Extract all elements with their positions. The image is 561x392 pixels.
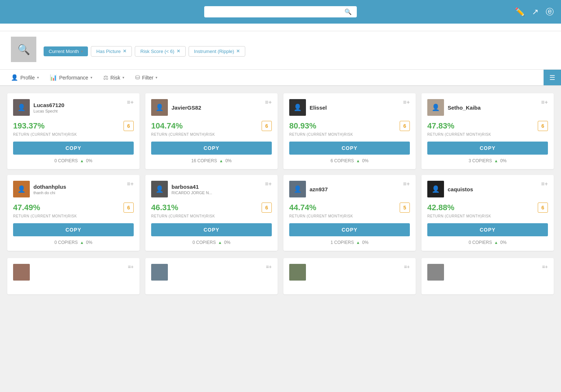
dropdown-arrow: ▾ [81, 49, 83, 53]
username[interactable]: caquistos [448, 186, 473, 192]
copiers-pct: 0% [86, 158, 92, 163]
username[interactable]: Lucas67120 [33, 102, 64, 108]
stub-menu-button[interactable]: ≡+ [542, 264, 548, 270]
copiers-row: 6 COPIERS ▲ 0% [289, 158, 410, 163]
stub-menu-button[interactable]: ≡+ [404, 264, 410, 270]
username[interactable]: JavierGS82 [171, 105, 201, 111]
sort-risk[interactable]: ⚖ Risk ▾ [103, 74, 124, 81]
remove-filter-icon[interactable]: ✕ [123, 49, 126, 54]
username[interactable]: barbosa41 [171, 184, 212, 190]
filter-label: Instrument (Ripple) [194, 49, 234, 54]
copiers-trend-icon: ▲ [80, 240, 84, 245]
grid-toggle-button[interactable]: ☰ [544, 70, 561, 85]
card-menu-button[interactable]: ≡+ [265, 181, 272, 187]
copiers-count: 0 COPIERS [193, 240, 216, 245]
sort-profile[interactable]: 👤 Profile ▾ [11, 74, 39, 81]
trader-card: 👤 azn937 ≡+ 44.74% 5 RETURN (CURRENT MON… [283, 175, 416, 251]
stub-menu-button[interactable]: ≡+ [266, 264, 272, 270]
avatar: 👤 [289, 99, 306, 116]
sort-bar: 👤 Profile ▾ 📊 Performance ▾ ⚖ Risk ▾ ⛁ F… [0, 70, 561, 86]
copy-button[interactable]: COPY [151, 223, 272, 236]
search-input[interactable] [209, 9, 342, 15]
card-menu-button[interactable]: ≡+ [403, 181, 410, 187]
copy-button[interactable]: COPY [427, 223, 548, 236]
username[interactable]: dothanhplus [33, 184, 66, 190]
copy-button[interactable]: COPY [151, 142, 272, 155]
filter-instrument[interactable]: Instrument (Ripple) ✕ [189, 46, 246, 57]
card-menu-button[interactable]: ≡+ [541, 181, 548, 187]
copy-button[interactable]: COPY [13, 223, 134, 236]
copy-button[interactable]: COPY [13, 142, 134, 155]
username[interactable]: Setho_Kaiba [448, 105, 481, 111]
copiers-count: 3 COPIERS [469, 158, 492, 163]
risk-icon: ⚖ [103, 74, 108, 81]
edit-icon[interactable]: ✏️ [515, 7, 525, 17]
filter-has-picture[interactable]: Has Picture ✕ [91, 46, 132, 57]
card-header: 👤 Lucas67120 Lucas Specht ≡+ [13, 99, 134, 116]
risk-badge: 5 [400, 203, 410, 213]
copiers-trend-icon: ▲ [494, 240, 498, 245]
realname: thanh do chi [33, 191, 66, 195]
username[interactable]: azn937 [310, 186, 328, 192]
profile-arrow: ▾ [37, 75, 39, 79]
return-percent: 104.74% [151, 121, 183, 131]
filter-risk-score[interactable]: Risk Score (< 6) ✕ [135, 46, 186, 57]
stat-label: RETURN (CURRENT MONTH)RISK [151, 132, 272, 136]
risk-badge: 6 [400, 121, 410, 131]
user-info: Elissel [310, 105, 327, 111]
card-stats: 44.74% 5 [289, 203, 410, 213]
avatar: 👤 [13, 181, 30, 197]
card-stats: 47.49% 6 [13, 203, 134, 213]
card-menu-button[interactable]: ≡+ [541, 99, 548, 106]
avatar-placeholder: 👤 [17, 185, 25, 193]
card-user: 👤 azn937 [289, 181, 328, 197]
filter-current-month[interactable]: Current Month ▾ [44, 46, 88, 56]
stub-menu-button[interactable]: ≡+ [128, 264, 134, 270]
copiers-pct: 0% [225, 158, 231, 163]
card-menu-button[interactable]: ≡+ [403, 99, 410, 106]
stat-label: RETURN (CURRENT MONTH)RISK [289, 214, 410, 218]
copy-button[interactable]: COPY [289, 223, 410, 236]
results-section: 🔍 Current Month ▾Has Picture ✕Risk Score… [0, 31, 561, 70]
etoro-icon[interactable]: ⓔ [546, 7, 554, 17]
header-icons: ✏️ ↗ ⓔ [515, 7, 554, 17]
filter-arrow: ▾ [156, 75, 157, 79]
trader-card: 👤 JavierGS82 ≡+ 104.74% 6 RETURN (CURREN… [145, 93, 278, 169]
copiers-trend-icon: ▲ [219, 159, 223, 163]
avatar-placeholder: 👤 [156, 185, 164, 193]
user-info: caquistos [448, 186, 473, 192]
remove-filter-icon[interactable]: ✕ [177, 49, 180, 54]
remove-filter-icon[interactable]: ✕ [236, 49, 240, 54]
username[interactable]: Elissel [310, 105, 327, 111]
sort-performance[interactable]: 📊 Performance ▾ [50, 74, 92, 81]
copiers-count: 16 COPIERS [191, 158, 217, 163]
stub-avatar [289, 264, 306, 281]
copiers-count: 1 COPIERS [331, 240, 354, 245]
card-user: 👤 caquistos [427, 181, 473, 197]
avatar-placeholder: 👤 [156, 103, 164, 111]
copy-button[interactable]: COPY [427, 142, 548, 155]
copiers-count: 0 COPIERS [55, 240, 78, 245]
copy-button[interactable]: COPY [289, 142, 410, 155]
bottom-stub-row: ≡+ ≡+ ≡+ ≡+ [0, 258, 561, 300]
realname: Lucas Specht [33, 109, 64, 113]
avatar-placeholder: 👤 [17, 103, 25, 111]
trader-card: 👤 Lucas67120 Lucas Specht ≡+ 193.37% 6 R… [7, 93, 140, 169]
breadcrumb [0, 24, 561, 31]
avatar-placeholder: 👤 [294, 185, 302, 193]
card-menu-button[interactable]: ≡+ [127, 181, 134, 187]
realname: RICARDO JORGE N... [171, 191, 212, 195]
sort-risk-label: Risk [110, 75, 120, 81]
sort-filter[interactable]: ⛁ Filter ▾ [135, 74, 157, 81]
copiers-row: 16 COPIERS ▲ 0% [151, 158, 272, 163]
card-menu-button[interactable]: ≡+ [265, 99, 272, 106]
search-bar[interactable]: 🔍 [204, 6, 357, 17]
share-icon[interactable]: ↗ [532, 7, 538, 17]
card-menu-button[interactable]: ≡+ [127, 99, 134, 106]
card-header: 👤 JavierGS82 ≡+ [151, 99, 272, 116]
stat-label: RETURN (CURRENT MONTH)RISK [427, 132, 548, 136]
user-info: dothanhplus thanh do chi [33, 184, 66, 195]
copiers-trend-icon: ▲ [356, 240, 360, 245]
card-stats: 46.31% 6 [151, 203, 272, 213]
app-header: 🔍 ✏️ ↗ ⓔ [0, 0, 561, 24]
